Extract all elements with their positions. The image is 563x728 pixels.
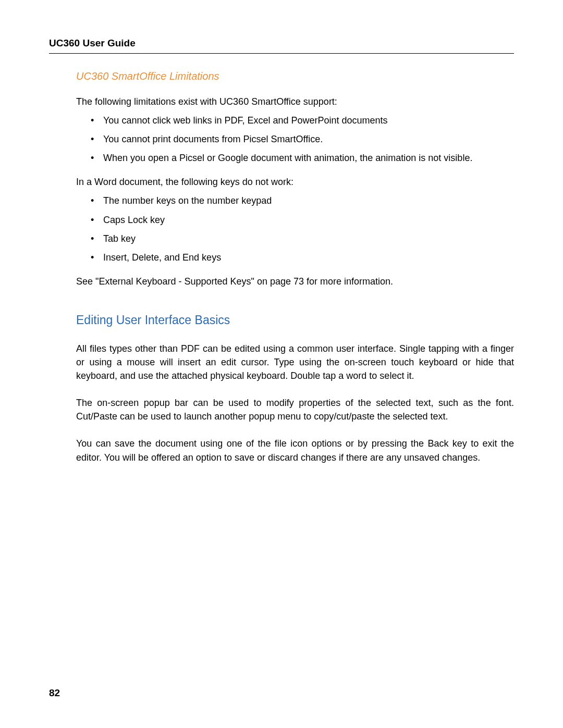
list-item: You cannot print documents from Picsel S… [91,132,514,146]
list-item: Caps Lock key [91,213,514,227]
list-item: You cannot click web links in PDF, Excel… [91,114,514,127]
list-item: Tab key [91,232,514,245]
page-container: UC360 User Guide UC360 SmartOffice Limit… [0,0,563,464]
section-heading-editing: Editing User Interface Basics [76,313,514,327]
see-reference: See "External Keyboard - Supported Keys"… [76,275,514,288]
editing-para-3: You can save the document using one of t… [76,437,514,464]
limitations-list: You cannot click web links in PDF, Excel… [76,114,514,165]
page-content: UC360 SmartOffice Limitations The follow… [49,70,514,464]
limitations-intro: The following limitations exist with UC3… [76,95,514,108]
word-keys-list: The number keys on the number keypad Cap… [76,194,514,264]
page-header-title: UC360 User Guide [49,38,514,54]
editing-para-2: The on-screen popup bar can be used to m… [76,396,514,423]
list-item: The number keys on the number keypad [91,194,514,207]
section-heading-limitations: UC360 SmartOffice Limitations [76,70,514,82]
list-item: When you open a Picsel or Google documen… [91,151,514,165]
page-number: 82 [49,687,60,699]
word-keys-intro: In a Word document, the following keys d… [76,175,514,189]
list-item: Insert, Delete, and End keys [91,251,514,264]
editing-para-1: All files types other than PDF can be ed… [76,342,514,382]
